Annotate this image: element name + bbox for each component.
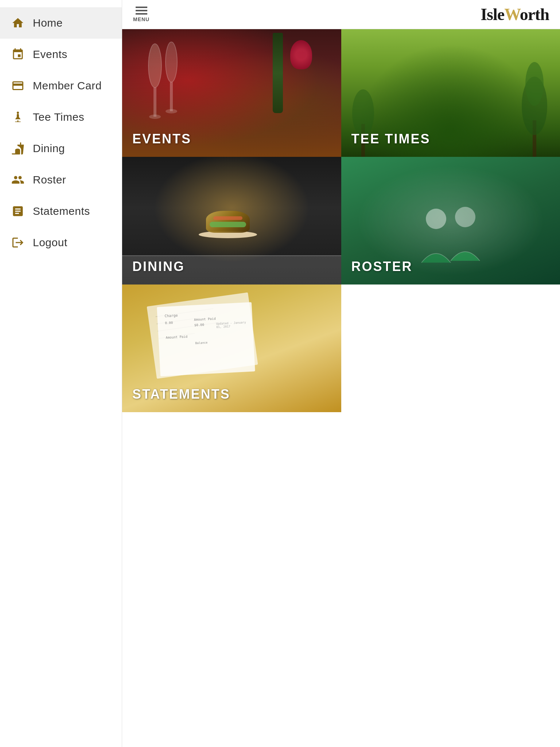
svg-rect-5 xyxy=(170,82,173,111)
tiles-grid: EVENTS TEE TIMES xyxy=(122,29,560,747)
tile-events[interactable]: EVENTS xyxy=(122,29,341,157)
card-icon xyxy=(10,78,26,93)
sidebar-item-events[interactable]: Events xyxy=(0,39,122,70)
roster-icon xyxy=(10,172,26,187)
sidebar-item-statements-label: Statements xyxy=(33,205,90,217)
sidebar-item-tee-times-label: Tee Times xyxy=(33,111,84,123)
tile-tee-times-label: TEE TIMES xyxy=(351,131,431,147)
dining-icon xyxy=(10,141,26,156)
statements-icon xyxy=(10,204,26,219)
bottle-decoration xyxy=(273,33,283,113)
svg-point-3 xyxy=(149,115,161,119)
calendar-icon xyxy=(10,47,26,62)
logo: IsleWorth xyxy=(481,5,549,24)
tile-roster[interactable]: ROSTER xyxy=(341,157,560,285)
sidebar-item-logout[interactable]: Logout xyxy=(0,227,122,258)
sidebar-nav: Home Events Member Card xyxy=(0,0,122,258)
tile-dining[interactable]: DINING xyxy=(122,157,341,285)
sidebar-item-dining-label: Dining xyxy=(33,142,65,155)
svg-point-1 xyxy=(148,44,162,88)
golf-icon xyxy=(10,109,26,125)
logout-icon xyxy=(10,235,26,250)
sidebar-item-dining[interactable]: Dining xyxy=(0,133,122,164)
tile-events-label: EVENTS xyxy=(132,131,191,147)
tile-roster-label: ROSTER xyxy=(351,259,413,274)
sidebar-item-roster-label: Roster xyxy=(33,174,66,186)
sidebar-item-home[interactable]: Home xyxy=(0,7,122,39)
tree-decoration xyxy=(516,47,553,157)
header: MENU IsleWorth xyxy=(122,0,560,29)
svg-rect-2 xyxy=(153,88,156,117)
menu-button[interactable]: MENU xyxy=(133,7,149,22)
logo-text: IsleWorth xyxy=(481,5,549,24)
tile-statements[interactable]: Charge 0.00 Amount Paid $0.00 Updated - … xyxy=(122,285,341,412)
tile-tee-times[interactable]: TEE TIMES xyxy=(341,29,560,157)
sidebar-item-logout-label: Logout xyxy=(33,236,67,249)
svg-point-11 xyxy=(352,89,374,137)
sidebar-item-tee-times[interactable]: Tee Times xyxy=(0,101,122,133)
plate-decoration xyxy=(199,194,264,238)
svg-point-13 xyxy=(455,207,475,227)
svg-point-4 xyxy=(166,42,177,82)
menu-lines-icon xyxy=(136,7,147,15)
sidebar: Home Events Member Card xyxy=(0,0,122,747)
svg-point-12 xyxy=(426,209,446,229)
tile-dining-label: DINING xyxy=(132,259,185,274)
sidebar-item-statements[interactable]: Statements xyxy=(0,196,122,227)
main-content: MENU IsleWorth xyxy=(122,0,560,747)
svg-point-9 xyxy=(525,62,544,106)
people-decoration xyxy=(414,197,487,270)
svg-point-0 xyxy=(17,112,19,114)
sidebar-item-events-label: Events xyxy=(33,48,67,61)
tile-statements-label: STATEMENTS xyxy=(132,387,230,402)
sidebar-item-member-card-label: Member Card xyxy=(33,80,102,92)
sidebar-item-roster[interactable]: Roster xyxy=(0,164,122,196)
sidebar-item-home-label: Home xyxy=(33,17,63,29)
paper-front: Charge 0.00 Amount Paid $0.00 Updated - … xyxy=(157,302,255,376)
sidebar-item-member-card[interactable]: Member Card xyxy=(0,70,122,101)
wine-glasses-decoration xyxy=(144,36,188,139)
svg-point-6 xyxy=(166,109,177,113)
menu-label: MENU xyxy=(133,16,149,22)
home-icon xyxy=(10,15,26,31)
flower-decoration xyxy=(290,40,312,69)
